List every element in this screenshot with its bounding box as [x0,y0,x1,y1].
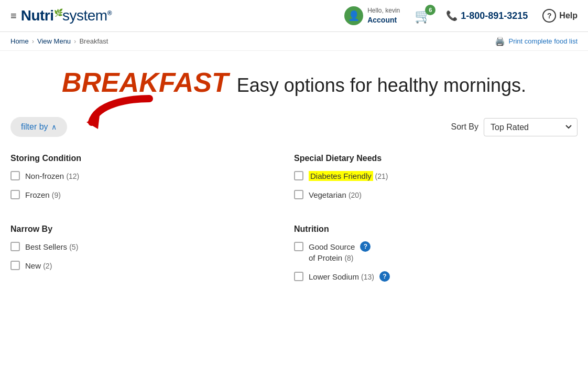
cart-badge: 6 [425,5,435,15]
print-icon: 🖨️ [495,36,505,46]
print-label: Print complete food list [508,37,578,45]
nutrition-section: Nutrition Good Sourceof Protein (8) ? Lo… [294,216,578,298]
sort-area: Sort By Top Rated Best Sellers Newest Pr… [451,118,578,136]
phone-section: 📞 1-800-891-3215 [446,10,528,22]
help-section[interactable]: ? Help [542,9,578,23]
phone-number: 1-800-891-3215 [461,10,528,22]
label-frozen: Frozen (9) [25,189,61,201]
label-protein: Good Sourceof Protein (8) [309,241,355,264]
logo-text: Nutri🌿system® [21,7,112,24]
sort-select[interactable]: Top Rated Best Sellers Newest Price: Low… [484,118,578,136]
label-nonfrozen: Non-frozen (12) [25,170,79,182]
hamburger-icon[interactable]: ≡ [10,10,17,22]
storing-condition-title: Storing Condition [10,154,294,163]
nutrition-title: Nutrition [294,224,578,234]
breadcrumb-separator-2: › [74,37,76,45]
left-filter-column: Storing Condition Non-frozen (12) Frozen… [10,145,294,298]
svg-marker-0 [86,115,100,129]
breadcrumb-bar: Home › View Menu › Breakfast 🖨️ Print co… [0,32,588,51]
cart-section[interactable]: 🛒 6 [415,8,431,24]
breadcrumb-separator-1: › [32,37,34,45]
right-filter-column: Special Dietary Needs Diabetes Friendly … [294,145,578,298]
hello-text: Hello, kevin [367,7,400,15]
breadcrumb-view-menu[interactable]: View Menu [37,37,71,45]
checkbox-vegetarian[interactable] [294,190,303,199]
filter-chevron-icon: ∧ [51,123,57,131]
breadcrumb-home[interactable]: Home [10,37,29,45]
hero-subtitle: Easy options for healthy mornings. [237,74,526,96]
special-dietary-section: Special Dietary Needs Diabetes Friendly … [294,145,578,216]
breadcrumb-current: Breakfast [79,37,108,45]
filter-item-new[interactable]: New (2) [10,260,294,272]
label-vegetarian: Vegetarian (20) [309,189,362,201]
help-label: Help [559,11,578,20]
filter-item-vegetarian[interactable]: Vegetarian (20) [294,189,578,201]
checkbox-diabetes[interactable] [294,171,303,180]
label-new: New (2) [25,260,52,272]
print-link[interactable]: 🖨️ Print complete food list [495,36,578,46]
special-dietary-title: Special Dietary Needs [294,154,578,163]
filter-item-sodium[interactable]: Lower Sodium (13) ? [294,271,578,283]
account-label: Account [367,15,400,25]
filter-panels: Storing Condition Non-frozen (12) Frozen… [0,145,588,298]
account-icon: 👤 [344,6,363,25]
checkbox-bestsellers[interactable] [10,242,20,251]
filter-label: filter by [21,122,48,132]
checkbox-nonfrozen[interactable] [10,171,20,180]
filter-item-bestsellers[interactable]: Best Sellers (5) [10,241,294,253]
label-bestsellers: Best Sellers (5) [25,241,78,253]
filter-item-diabetes[interactable]: Diabetes Friendly (21) [294,170,578,182]
diabetes-highlight: Diabetes Friendly [309,171,373,181]
hero-section: BREAKFAST Easy options for healthy morni… [0,51,588,109]
account-section[interactable]: 👤 Hello, kevin Account [344,6,400,25]
narrow-by-title: Narrow By [10,224,294,234]
checkbox-frozen[interactable] [10,190,20,199]
filter-item-nonfrozen[interactable]: Non-frozen (12) [10,170,294,182]
hero-title: BREAKFAST [62,67,228,98]
breadcrumb: Home › View Menu › Breakfast [10,37,108,45]
help-circle-icon: ? [542,9,556,23]
filter-item-frozen[interactable]: Frozen (9) [10,189,294,201]
label-diabetes: Diabetes Friendly (21) [309,170,388,182]
checkbox-new[interactable] [10,261,20,270]
label-sodium: Lower Sodium (13) [309,271,374,283]
info-icon-protein[interactable]: ? [360,241,371,252]
info-icon-sodium[interactable]: ? [379,271,390,282]
account-text: Hello, kevin Account [367,7,400,25]
checkbox-protein[interactable] [294,242,303,251]
sort-label: Sort By [451,122,478,132]
header-nav: 👤 Hello, kevin Account 🛒 6 📞 1-800-891-3… [344,6,578,25]
filter-item-protein[interactable]: Good Sourceof Protein (8) ? [294,241,578,264]
header: ≡ Nutri🌿system® 👤 Hello, kevin Account 🛒… [0,0,588,32]
storing-condition-section: Storing Condition Non-frozen (12) Frozen… [10,145,294,216]
filter-sort-row: filter by ∧ Sort By Top Rated Best Selle… [0,109,588,145]
checkbox-sodium[interactable] [294,272,303,281]
logo[interactable]: ≡ Nutri🌿system® [10,7,112,24]
filter-area: filter by ∧ [10,117,67,137]
narrow-by-section: Narrow By Best Sellers (5) New (2) [10,216,294,287]
phone-icon: 📞 [446,10,458,22]
filter-button[interactable]: filter by ∧ [10,117,67,137]
